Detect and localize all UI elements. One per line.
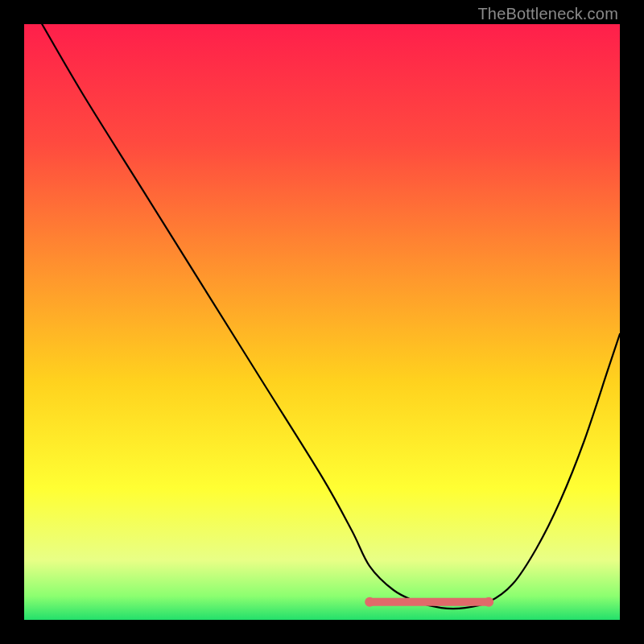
optimal-zone-end-dot: [484, 597, 493, 607]
optimal-zone-start-dot: [365, 597, 374, 607]
chart-curve-layer: [24, 24, 620, 620]
watermark-text: TheBottleneck.com: [477, 5, 618, 23]
bottleneck-curve: [42, 24, 620, 609]
chart-frame: [24, 24, 620, 620]
